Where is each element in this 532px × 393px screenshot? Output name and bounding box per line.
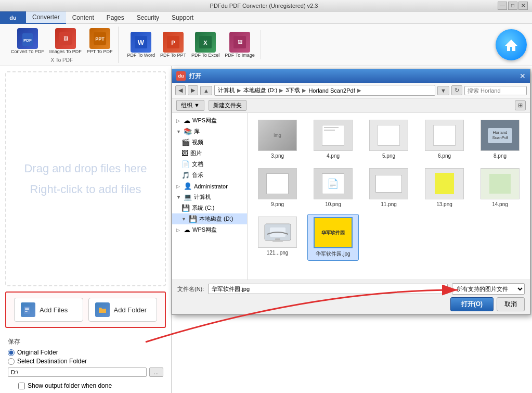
images-to-pdf-button[interactable]: 🖼 Images To PDF (48, 27, 83, 56)
browse-folder-button[interactable]: ... (149, 367, 163, 377)
filename-input[interactable] (208, 284, 448, 294)
path-arrow-1: ▶ (237, 87, 241, 93)
dialog-close-button[interactable]: ✕ (520, 72, 526, 80)
tree-item-d-drive[interactable]: ▼ 💾 本地磁盘 (D:) (172, 213, 247, 224)
pdf-to-image-button[interactable]: 🖼 PDF To Image (223, 30, 256, 59)
menu-bar: du Converter Content Pages Security Supp… (0, 11, 532, 24)
pdf-to-word-label: PDF To Word (127, 53, 155, 58)
add-folder-icon (95, 302, 110, 317)
file-name-11png: 11.png (381, 201, 397, 207)
toolbar-icons-pdftox: W PDF To Word P PDF To PPT (125, 30, 256, 59)
address-dropdown-button[interactable]: ▼ (437, 86, 449, 95)
file-item-5png[interactable]: 5.png (363, 117, 414, 161)
file-thumb-5png (369, 120, 408, 151)
tree-item-documents[interactable]: 📄 文档 (172, 159, 247, 170)
file-item-9png[interactable]: 9.png (252, 166, 303, 210)
file-item-huajun[interactable]: 华军软件园 华军软件园.jpg (307, 214, 359, 261)
pdf-to-ppt-icon: P (163, 32, 184, 53)
minimize-button[interactable]: — (498, 2, 507, 10)
add-files-button[interactable]: Add Files (14, 298, 83, 322)
tree-item-computer[interactable]: ▼ 💻 计算机 (172, 192, 247, 202)
pdf-to-word-button[interactable]: W PDF To Word (125, 30, 157, 59)
menu-item-pages[interactable]: Pages (100, 11, 131, 24)
dialog-cancel-button[interactable]: 取消 (497, 297, 525, 311)
window-controls[interactable]: — □ ✕ (498, 2, 528, 10)
nav-forward-button[interactable]: ▶ (188, 85, 198, 95)
tree-item-video[interactable]: 🎬 视频 (172, 137, 247, 148)
toolbar-icons-xtopdf: PDF Convert To PDF 🖼 Images To PDF (9, 27, 114, 56)
search-input[interactable] (464, 86, 527, 95)
add-folder-button[interactable]: Add Folder (88, 298, 158, 322)
tree-item-music[interactable]: 🎵 音乐 (172, 170, 247, 181)
svg-text:W: W (138, 39, 145, 46)
tree-item-admin[interactable]: ▷ 👤 Administrator (172, 181, 247, 192)
tree-item-c-drive[interactable]: 💾 系统 (C:) (172, 202, 247, 213)
path-arrow-3: ▶ (302, 87, 306, 93)
dialog-title-text: 打开 (189, 72, 201, 81)
tree-item-wps2[interactable]: ▷ ☁ WPS网盘 (172, 224, 247, 235)
nav-tree: ▷ ☁ WPS网盘 ▼ 📚 库 🎬 视频 🖼 图片 (172, 113, 248, 280)
menu-item-support[interactable]: Support (165, 11, 200, 24)
filetype-select[interactable]: 所有支持的图片文件 (452, 283, 525, 295)
original-folder-option[interactable]: Original Folder (8, 349, 163, 356)
drop-zone[interactable]: Drag and drop files here Right-click to … (5, 71, 166, 286)
refresh-button[interactable]: ↻ (451, 85, 462, 95)
select-destination-radio[interactable] (8, 358, 15, 365)
file-item-8png[interactable]: HorlandScanPdf 8.png (474, 117, 526, 161)
tree-item-wps[interactable]: ▷ ☁ WPS网盘 (172, 115, 247, 126)
file-name-14png: 14.png (492, 201, 508, 207)
organize-button[interactable]: 组织 ▼ (176, 100, 204, 111)
original-folder-radio[interactable] (8, 349, 15, 356)
ppt-to-pdf-label: PPT To PDF (87, 49, 113, 54)
dialog-toolbar: 组织 ▼ 新建文件夹 ⊞ (172, 98, 530, 113)
dialog-titlebar: du 打开 ✕ (172, 69, 530, 83)
file-item-11png[interactable]: 11.png (363, 166, 414, 210)
show-output-row: Show output folder when done (10, 382, 171, 393)
convert-to-pdf-button[interactable]: PDF Convert To PDF (9, 27, 46, 56)
close-button[interactable]: ✕ (518, 2, 528, 10)
file-name-6png: 6.png (438, 153, 451, 159)
file-thumb-3png: img (258, 120, 297, 151)
file-item-14png[interactable]: 14.png (474, 166, 526, 210)
file-name-huajun: 华军软件园.jpg (316, 250, 350, 258)
tree-item-pictures[interactable]: 🖼 图片 (172, 148, 247, 159)
folder-path-row: ... (8, 367, 163, 377)
pdf-to-word-icon: W (131, 32, 151, 53)
pdf-to-excel-button[interactable]: X PDF To Excel (190, 30, 221, 59)
folder-path-input[interactable] (8, 367, 147, 377)
file-name-5png: 5.png (382, 153, 395, 159)
file-item-6png[interactable]: 6.png (419, 117, 470, 161)
svg-text:PDF: PDF (23, 38, 32, 43)
maximize-button[interactable]: □ (508, 2, 517, 10)
file-item-3png[interactable]: img 3.png (252, 117, 303, 161)
file-item-121png[interactable]: 121...png (252, 214, 303, 261)
show-output-checkbox[interactable] (18, 383, 25, 389)
file-item-4png[interactable]: 4.png (307, 117, 359, 161)
select-destination-option[interactable]: Select Destination Folder (8, 358, 163, 365)
dialog-buttons: 打开(O) 取消 (177, 297, 525, 311)
menu-item-content[interactable]: Content (66, 11, 100, 24)
menu-item-security[interactable]: Security (131, 11, 165, 24)
file-thumb-14png (481, 168, 520, 199)
add-files-icon (21, 302, 35, 317)
pdf-to-image-icon: 🖼 (229, 32, 250, 53)
svg-rect-15 (25, 308, 29, 309)
file-item-13png[interactable]: 13.png (419, 166, 470, 210)
open-button[interactable]: 打开(O) (450, 297, 494, 311)
nav-back-button[interactable]: ◀ (175, 85, 186, 95)
pdf-to-ppt-button[interactable]: P PDF To PPT (159, 30, 188, 59)
file-item-10png[interactable]: 📄 10.png (307, 166, 359, 210)
tree-item-library[interactable]: ▼ 📚 库 (172, 126, 247, 137)
ppt-to-pdf-button[interactable]: PPT PPT To PDF (85, 27, 114, 56)
svg-text:X: X (203, 40, 207, 46)
svg-text:🖼: 🖼 (237, 40, 242, 45)
view-mode-button[interactable]: ⊞ (515, 100, 526, 110)
filename-row: 文件名(N): 所有支持的图片文件 (177, 283, 525, 295)
nav-up-button[interactable]: ▲ (200, 86, 212, 95)
new-folder-button[interactable]: 新建文件夹 (209, 100, 246, 111)
convert-to-pdf-label: Convert To PDF (11, 49, 44, 54)
menu-item-converter[interactable]: Converter (26, 11, 66, 24)
convert-to-pdf-icon: PDF (17, 28, 38, 49)
ppt-to-pdf-icon: PPT (89, 28, 110, 49)
home-button[interactable] (496, 29, 527, 60)
